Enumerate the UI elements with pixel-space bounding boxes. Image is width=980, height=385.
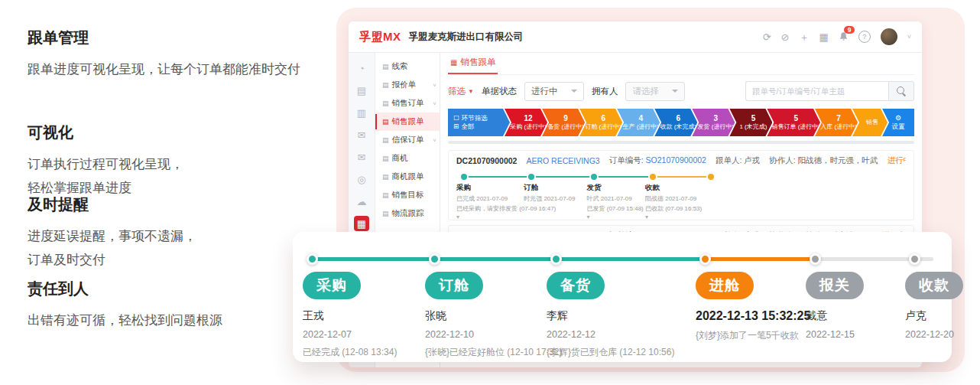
overlay-timeline-dot[interactable] xyxy=(307,253,318,265)
search-button[interactable] xyxy=(888,81,914,101)
overlay-timeline-line xyxy=(434,257,556,261)
stage-note: 已经采购，请安排发货 (07-09 16:47) xyxy=(456,204,539,213)
company-name: 孚盟麦克斯进出口有限公司 xyxy=(409,31,524,44)
sidebar-item-商机跟单[interactable]: ▤商机跟单 xyxy=(375,168,440,186)
tab-bar: ▦ 销售跟单 xyxy=(448,53,914,75)
status-select[interactable]: 进行中 xyxy=(524,82,584,101)
owner-select[interactable]: 请选择 xyxy=(625,82,685,101)
overlay-timeline-dot[interactable] xyxy=(699,253,711,265)
sidebar-item-label: 销售订单 xyxy=(392,98,424,109)
pipeline-stage[interactable]: 3发货 (进行中) xyxy=(692,109,735,136)
stage-count: 3 xyxy=(714,114,719,124)
stage-pill: 收款 xyxy=(905,272,963,299)
timeline-dot[interactable] xyxy=(591,174,597,180)
pipeline-stage[interactable]: 9备货 (进行中) xyxy=(542,109,585,136)
pipeline-stage[interactable]: 4生产 (进行中) xyxy=(617,109,660,136)
chevron-down-icon[interactable]: ˅ xyxy=(907,33,911,41)
overlay-timeline-dot[interactable] xyxy=(909,253,920,265)
timeline-card: 采购王戎2022-12-07已经完成 (12-08 13:34)订舱张晓2022… xyxy=(293,232,952,362)
plus-icon[interactable]: ＋ xyxy=(799,32,809,42)
pipeline-stage[interactable]: 6收款 (未完成) xyxy=(654,109,697,136)
page-title: 跟单管理 xyxy=(28,28,333,48)
contact-card-icon[interactable]: ▤ xyxy=(354,83,369,98)
sidebar-item-销售跟单[interactable]: ▤销售跟单 xyxy=(375,113,440,131)
stage-count: 4 xyxy=(638,114,643,124)
chevron-down-icon: ˅ xyxy=(433,100,436,107)
overlay-timeline-dot[interactable] xyxy=(429,253,440,265)
feature-section: 责任到人 出错有迹可循，轻松找到问题根源 xyxy=(28,279,333,332)
sidebar-item-label: 商机 xyxy=(392,153,408,164)
stage-label: 销售 xyxy=(866,119,878,126)
stage-pill: 采购 xyxy=(303,272,361,299)
search-group xyxy=(745,81,914,101)
timeline-dot[interactable] xyxy=(528,174,534,180)
chevron-down-icon xyxy=(571,90,577,93)
pipeline-scrollbar[interactable] xyxy=(448,141,914,144)
sidebar-item-信保订单[interactable]: ▤信保订单˅ xyxy=(375,131,440,149)
pipeline-stage[interactable]: 5销售订单 (进行中) xyxy=(767,109,820,136)
checkbox-icon[interactable]: ☐ xyxy=(453,114,459,122)
stage-note: 已收款 (07-09 16:53) xyxy=(645,204,728,213)
help-icon[interactable]: ? xyxy=(858,31,871,43)
clock-icon[interactable]: ◔ xyxy=(354,60,369,76)
sidebar-item-label: 线索 xyxy=(392,61,408,72)
overlay-timeline-dot[interactable] xyxy=(550,253,562,265)
avatar[interactable] xyxy=(881,28,897,45)
notification-badge: 9 xyxy=(844,26,855,34)
expand-caret-icon[interactable]: ▾ xyxy=(645,214,728,220)
app-header: 孚盟MX 孚盟麦克斯进出口有限公司 ⟳ ⊘ ＋ ▦ 9 ? ˅ xyxy=(349,21,922,53)
doc-icon: ▤ xyxy=(382,173,389,181)
order-row: DC21070900002AERO RECEIVING3订单编号: SO2107… xyxy=(448,150,914,220)
compass-icon[interactable]: ◎ xyxy=(354,171,369,187)
briefcase-icon[interactable]: ▦ xyxy=(354,216,369,231)
stage-note: {李辉}货已到仓库 (12-12 10:56) xyxy=(547,346,699,359)
order-code: DC21070900002 xyxy=(456,156,517,165)
cloud-icon[interactable]: ☁ xyxy=(354,194,369,209)
mail-icon[interactable]: ✉ xyxy=(354,127,369,142)
search-icon xyxy=(897,86,904,94)
sidebar-item-label: 销售目标 xyxy=(392,190,424,201)
search-input[interactable] xyxy=(745,81,888,101)
do-not-disturb-icon[interactable]: ⊘ xyxy=(781,32,790,42)
tab-sales-follow[interactable]: ▦ 销售跟单 xyxy=(448,57,498,74)
calendar-icon[interactable]: ▦ xyxy=(819,32,828,42)
tab-icon: ▦ xyxy=(450,58,457,67)
expand-caret-icon[interactable]: ▾ xyxy=(456,214,539,220)
order-no-link[interactable]: SO21070900002 xyxy=(646,155,706,165)
status-badge: 进行中 xyxy=(888,155,906,166)
timeline-dot[interactable] xyxy=(461,174,467,180)
stage-count: 5 xyxy=(793,114,798,124)
sidebar-item-销售订单[interactable]: ▤销售订单˅ xyxy=(375,94,440,113)
order-no-label: 订单编号: xyxy=(609,155,646,165)
pipeline-stage[interactable]: 12采购 (进行中) xyxy=(505,109,547,136)
org-icon[interactable]: ▥ xyxy=(354,105,369,120)
sidebar-item-商机[interactable]: ▤商机 xyxy=(375,149,440,168)
sidebar-item-报价单[interactable]: ▤报价单˅ xyxy=(375,76,440,94)
pipeline-stage[interactable]: 7入库 (进行中) xyxy=(815,109,858,136)
timeline-line xyxy=(591,176,649,178)
doc-icon: ▤ xyxy=(382,81,389,89)
stage-count: 6 xyxy=(677,114,681,124)
stage-filter-block[interactable]: ☐环节筛选⊞全部 xyxy=(448,109,510,136)
stage-label: 入库 (进行中) xyxy=(820,123,857,131)
timeline-dot[interactable] xyxy=(708,174,714,180)
overlay-timeline-dot[interactable] xyxy=(810,253,821,265)
sidebar-item-线索[interactable]: ▤线索 xyxy=(375,57,440,76)
timeline-dot[interactable] xyxy=(650,174,656,180)
feature-section: 及时提醒 进度延误提醒，事项不遗漏， 订单及时交付 xyxy=(28,194,333,272)
refresh-icon[interactable]: ⟳ xyxy=(763,32,771,42)
overlay-stage-备货: 备货李辉2022-12-12{李辉}货已到仓库 (12-12 10:56) xyxy=(547,272,699,359)
order-stage: 收款阳战德 2021-07-09已收款 (07-09 16:53)▾ xyxy=(645,183,728,220)
filter-bar: 筛选▼ 单据状态 进行中 拥有人 请选择 xyxy=(448,75,914,107)
pipeline-stage[interactable]: 6订舱 (进行中) xyxy=(579,109,622,136)
pipeline-stage[interactable]: 51 (未完成) xyxy=(729,109,772,136)
sidebar-item-销售目标[interactable]: ▤销售目标 xyxy=(375,186,440,204)
brand-logo: 孚盟MX xyxy=(359,30,401,44)
bell-icon[interactable]: 9 xyxy=(839,31,849,43)
sidebar-item-物流跟踪[interactable]: ▤物流跟踪 xyxy=(375,204,440,223)
filter-button[interactable]: 筛选▼ xyxy=(448,86,474,97)
stage-meta: 阳战德 2021-07-09 xyxy=(645,194,728,203)
message-icon[interactable]: ✉ xyxy=(354,149,369,165)
customer-link[interactable]: AERO RECEIVING3 xyxy=(526,156,599,165)
stage-count: 7 xyxy=(836,114,841,124)
